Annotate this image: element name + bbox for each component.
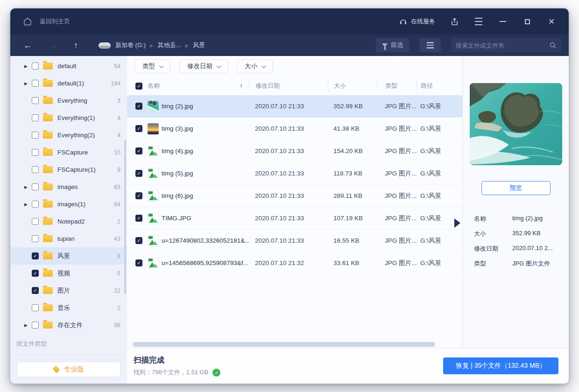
file-size: 118.73 KB: [328, 170, 377, 177]
file-checkbox[interactable]: [135, 215, 142, 222]
sidebar-folder-item[interactable]: ▶ default 54: [10, 57, 127, 75]
folder-checkbox[interactable]: [32, 287, 39, 294]
folder-file-count: 2: [117, 218, 120, 225]
column-header-size[interactable]: 大小: [328, 80, 377, 91]
folder-checkbox[interactable]: [32, 183, 39, 190]
folder-checkbox[interactable]: [32, 304, 39, 311]
list-view-button[interactable]: [419, 38, 441, 52]
expand-arrow-icon[interactable]: ▶: [24, 185, 32, 189]
folder-checkbox[interactable]: [32, 235, 39, 242]
share-icon[interactable]: [449, 16, 459, 27]
folder-checkbox[interactable]: [32, 166, 39, 173]
folder-name: 存在文件: [57, 321, 110, 329]
file-checkbox[interactable]: [135, 147, 142, 154]
folder-checkbox[interactable]: [32, 80, 39, 87]
sidebar-folder-item[interactable]: ▶ Notepad2 2: [10, 213, 127, 230]
column-header-type[interactable]: 类型: [377, 80, 417, 91]
up-button[interactable]: ↑: [74, 41, 78, 49]
sidebar-folder-item[interactable]: ▶ FSCapture(1) 9: [10, 161, 127, 178]
size-filter-dropdown[interactable]: 大小: [237, 59, 273, 73]
file-checkbox[interactable]: [135, 170, 142, 177]
file-checkbox[interactable]: [135, 125, 142, 132]
file-row[interactable]: TIMG.JPG 2020.07.10 21:33 107.19 KB JPG …: [127, 207, 462, 230]
sidebar-folder-item[interactable]: ▶ 存在文件 98: [10, 316, 127, 334]
sidebar-folder-item[interactable]: ▶ Everything(2) 4: [10, 126, 127, 144]
folder-checkbox[interactable]: [32, 132, 39, 139]
breadcrumb-current[interactable]: 风景: [193, 41, 205, 49]
breadcrumb-folder[interactable]: 其他丢...: [158, 41, 181, 49]
expand-arrow-icon[interactable]: ▶: [24, 81, 32, 86]
column-header-date[interactable]: 修改日期: [249, 80, 328, 91]
preview-button[interactable]: 预览: [481, 181, 551, 195]
search-icon[interactable]: [549, 42, 557, 49]
pro-version-button[interactable]: 专业版: [17, 362, 120, 377]
folder-checkbox[interactable]: [32, 149, 39, 156]
sidebar-folder-item[interactable]: ▶ images(1) 64: [10, 196, 127, 213]
file-row[interactable]: timg (6).jpg 2020.07.10 21:33 289.11 KB …: [127, 185, 462, 207]
file-row[interactable]: timg (4).jpg 2020.07.10 21:33 154.20 KB …: [127, 140, 462, 162]
sidebar-folder-item[interactable]: ▶ images 63: [10, 178, 127, 196]
folder-checkbox[interactable]: [32, 63, 39, 70]
folder-checkbox[interactable]: [32, 218, 39, 225]
breadcrumb-drive[interactable]: 新加卷 (G:): [115, 41, 146, 49]
sidebar-folder-item[interactable]: ▶ FSCapture 10: [10, 144, 127, 161]
sidebar-folder-item[interactable]: ▶ 图片 22: [10, 282, 127, 299]
file-checkbox[interactable]: [135, 237, 142, 244]
file-row[interactable]: u=1267490802,3326052181&... 2020.07.10 2…: [127, 230, 462, 252]
minimize-button[interactable]: [498, 16, 508, 27]
column-header-name[interactable]: 名称: [148, 82, 160, 90]
collapse-panel-arrow[interactable]: [454, 218, 460, 228]
detail-value: 352.99 KB: [512, 230, 541, 237]
horizontal-scrollbar[interactable]: [133, 342, 435, 347]
file-type: JPG 图片...: [377, 169, 417, 178]
sidebar-folder-item[interactable]: ▶ 音乐 2: [10, 299, 127, 316]
type-filter-dropdown[interactable]: 类型: [134, 59, 170, 73]
folder-checkbox[interactable]: [32, 322, 39, 329]
folder-checkbox[interactable]: [32, 114, 39, 121]
file-row[interactable]: timg (2).jpg 2020.07.10 21:33 352.99 KB …: [127, 95, 462, 118]
file-row[interactable]: timg (5).jpg 2020.07.10 21:33 118.73 KB …: [127, 162, 462, 185]
expand-arrow-icon[interactable]: ▶: [24, 323, 32, 328]
preview-image: [470, 83, 562, 165]
file-row[interactable]: u=1456568695,925908793&f... 2020.07.10 2…: [127, 252, 462, 274]
online-service-button[interactable]: 在线服务: [399, 17, 435, 26]
sidebar-folder-item[interactable]: ▶ 风景 8: [10, 247, 127, 265]
menu-icon[interactable]: [473, 16, 484, 27]
back-to-home-button[interactable]: 返回到主页: [40, 17, 70, 26]
sidebar-folder-item[interactable]: ▶ Everything(1) 4: [10, 109, 127, 126]
select-all-checkbox[interactable]: [135, 83, 142, 90]
close-button[interactable]: ✕: [546, 16, 557, 27]
expand-arrow-icon[interactable]: ▶: [24, 64, 32, 69]
sidebar-folder-item[interactable]: ▶ tupian 43: [10, 230, 127, 247]
date-filter-dropdown[interactable]: 修改日期: [179, 59, 228, 73]
filter-chip-bar: 类型 修改日期 大小: [127, 56, 462, 77]
file-checkbox[interactable]: [135, 259, 142, 266]
search-input[interactable]: [456, 42, 549, 49]
folder-checkbox[interactable]: [32, 201, 39, 208]
file-checkbox[interactable]: [135, 103, 142, 110]
file-checkbox[interactable]: [135, 192, 142, 199]
recover-button[interactable]: 恢复 | 35个文件（132.43 MB）: [443, 357, 558, 374]
by-file-type-section[interactable]: 按文件类型: [16, 340, 47, 348]
folder-checkbox[interactable]: [32, 252, 39, 259]
home-icon[interactable]: [22, 16, 33, 27]
sidebar-scrollbar[interactable]: [124, 140, 126, 294]
maximize-button[interactable]: [522, 16, 532, 27]
folder-name: Everything: [57, 97, 113, 104]
file-row[interactable]: timg (3).jpg 2020.07.10 21:33 41.38 KB J…: [127, 118, 462, 140]
back-button[interactable]: ←: [23, 41, 32, 49]
sidebar-folder-item[interactable]: ▶ 视频 5: [10, 265, 127, 282]
column-header-path[interactable]: 路径: [417, 80, 462, 91]
folder-checkbox[interactable]: [32, 97, 39, 104]
sidebar-folder-item[interactable]: ▶ default(1) 194: [10, 75, 127, 92]
forward-button[interactable]: →: [49, 41, 57, 49]
folder-checkbox[interactable]: [32, 270, 39, 277]
file-name: timg (4).jpg: [162, 147, 249, 154]
sidebar-folder-item[interactable]: ▶ Everything 3: [10, 92, 127, 109]
expand-arrow-icon[interactable]: ▶: [24, 202, 32, 207]
date-filter-label: 修改日期: [187, 62, 212, 70]
sort-ascending-icon[interactable]: ↑: [240, 82, 243, 90]
filter-button[interactable]: 筛选: [376, 38, 409, 52]
file-size: 33.61 KB: [328, 259, 377, 266]
detail-row: 名称 timg (2).jpg: [474, 215, 558, 230]
